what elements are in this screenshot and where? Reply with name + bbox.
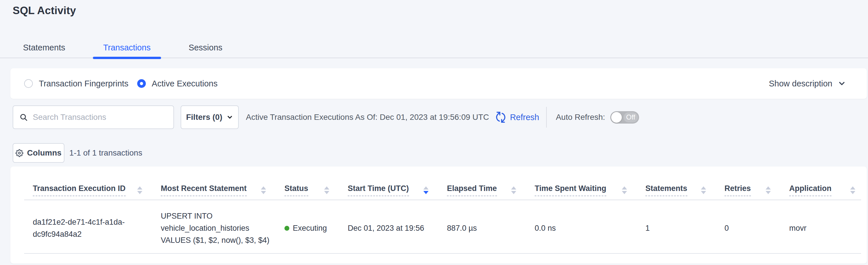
radio-label: Transaction Fingerprints: [39, 79, 129, 88]
search-icon: [20, 113, 28, 121]
auto-refresh-label: Auto Refresh:: [556, 113, 605, 122]
transactions-table-card: Transaction Execution ID Most Recent Sta…: [10, 166, 867, 264]
table-header-row: Transaction Execution ID Most Recent Sta…: [24, 166, 861, 200]
column-label: Application: [789, 184, 832, 196]
sort-arrows-icon: [261, 186, 266, 194]
radio-unselected-icon: [24, 79, 33, 88]
column-label: Statements: [645, 184, 687, 196]
sort-arrows-icon: [324, 186, 329, 194]
column-header-most-recent-statement[interactable]: Most Recent Statement: [161, 166, 284, 200]
cell-elapsed-time: 887.0 µs: [447, 200, 535, 254]
sort-arrows-icon: [622, 186, 627, 194]
cell-most-recent-statement: UPSERT INTO vehicle_location_histories V…: [161, 200, 284, 254]
column-header-start-time[interactable]: Start Time (UTC): [348, 166, 447, 200]
columns-button[interactable]: Columns: [13, 143, 64, 163]
transactions-table: Transaction Execution ID Most Recent Sta…: [24, 166, 861, 254]
radio-active-executions[interactable]: Active Executions: [137, 79, 218, 88]
column-header-application[interactable]: Application: [789, 166, 861, 200]
cell-time-spent-waiting: 0.0 ns: [535, 200, 645, 254]
result-count: 1-1 of 1 transactions: [69, 148, 143, 158]
sort-arrows-icon: [511, 186, 516, 194]
table-row[interactable]: da1f21e2-de71-4c1f-a1da-dc9fc94a84a2 UPS…: [24, 200, 861, 254]
columns-label: Columns: [27, 148, 62, 158]
column-label: Start Time (UTC): [348, 184, 409, 196]
page-title: SQL Activity: [13, 5, 76, 17]
cell-start-time: Dec 01, 2023 at 19:56: [348, 200, 447, 254]
refresh-icon: [495, 112, 506, 123]
tab-bar: Statements Transactions Sessions: [0, 37, 868, 58]
chevron-down-icon: [226, 114, 233, 121]
column-header-retries[interactable]: Retries: [724, 166, 789, 200]
column-header-statements[interactable]: Statements: [645, 166, 724, 200]
toolbar-divider: [546, 107, 547, 128]
column-label: Most Recent Statement: [161, 184, 247, 196]
tab-statements[interactable]: Statements: [13, 37, 75, 58]
column-label: Status: [284, 184, 308, 196]
column-header-status[interactable]: Status: [284, 166, 348, 200]
view-switcher-card: Transaction Fingerprints Active Executio…: [10, 68, 867, 99]
radio-selected-icon: [137, 79, 146, 88]
gear-icon: [16, 149, 23, 157]
column-header-transaction-execution-id[interactable]: Transaction Execution ID: [24, 166, 161, 200]
show-description-label: Show description: [769, 79, 832, 88]
sort-arrows-icon: [766, 186, 771, 194]
column-header-elapsed-time[interactable]: Elapsed Time: [447, 166, 535, 200]
column-label: Transaction Execution ID: [33, 184, 126, 196]
auto-refresh-toggle[interactable]: Off: [610, 111, 639, 124]
column-label: Retries: [724, 184, 751, 196]
sort-arrows-icon: [701, 186, 706, 194]
cell-status: Executing: [284, 200, 348, 254]
cell-statements: 1: [645, 200, 724, 254]
executing-status-dot-icon: [284, 226, 289, 231]
radio-transaction-fingerprints[interactable]: Transaction Fingerprints: [24, 79, 129, 88]
column-label: Time Spent Waiting: [535, 184, 606, 196]
filters-label: Filters (0): [186, 113, 222, 122]
column-label: Elapsed Time: [447, 184, 497, 196]
show-description-toggle[interactable]: Show description: [769, 79, 846, 88]
tab-sessions[interactable]: Sessions: [178, 37, 233, 58]
sort-arrows-icon: [137, 186, 143, 194]
column-header-time-spent-waiting[interactable]: Time Spent Waiting: [535, 166, 645, 200]
toolbar: Filters (0) Active Transaction Execution…: [13, 105, 862, 129]
search-box: [13, 105, 174, 129]
sort-arrows-icon: [850, 186, 855, 194]
radio-label: Active Executions: [152, 79, 218, 88]
tab-transactions[interactable]: Transactions: [93, 37, 161, 58]
cell-transaction-execution-id: da1f21e2-de71-4c1f-a1da-dc9fc94a84a2: [24, 200, 161, 254]
table-controls: Columns 1-1 of 1 transactions: [13, 143, 143, 163]
toggle-knob-icon: [611, 112, 622, 123]
chevron-down-icon: [838, 79, 846, 88]
as-of-text: Active Transaction Executions As Of: Dec…: [246, 113, 489, 122]
sort-arrows-desc-active-icon: [423, 186, 429, 194]
refresh-button[interactable]: Refresh: [495, 112, 539, 123]
cell-retries: 0: [724, 200, 789, 254]
search-input[interactable]: [33, 113, 174, 122]
cell-application: movr: [789, 200, 861, 254]
toggle-state-label: Off: [623, 112, 638, 123]
filters-button[interactable]: Filters (0): [181, 105, 239, 129]
status-label: Executing: [293, 222, 327, 234]
refresh-label: Refresh: [510, 113, 539, 122]
